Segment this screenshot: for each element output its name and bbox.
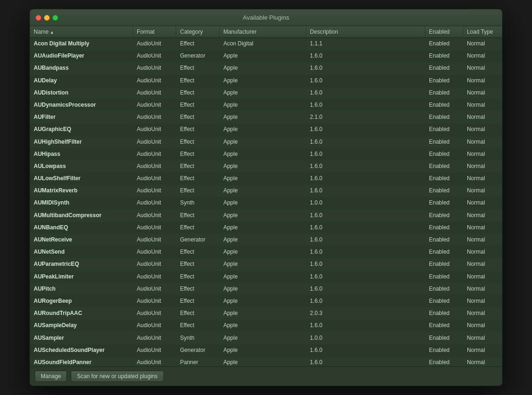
cell-manufacturer: Apple xyxy=(219,283,306,295)
cell-name: AUSoundFieldPanner xyxy=(30,356,133,366)
cell-name: AUSampleDelay xyxy=(30,320,133,332)
main-window: Available Plugins Name Format Category M… xyxy=(30,9,502,386)
scan-button[interactable]: Scan for new or updated plugins xyxy=(71,371,163,382)
table-row[interactable]: AUPitchAudioUnitEffectApple1.6.0EnabledN… xyxy=(30,283,502,295)
cell-description: 1.6.0 xyxy=(306,160,425,172)
cell-description: 2.1.0 xyxy=(306,111,425,124)
cell-category: Effect xyxy=(176,185,219,197)
cell-name: AUDistortion xyxy=(30,87,133,99)
table-row[interactable]: AUAudioFilePlayerAudioUnitGeneratorApple… xyxy=(30,50,502,62)
window-content: Name Format Category Manufacturer Descri… xyxy=(30,26,502,386)
plugin-table: Name Format Category Manufacturer Descri… xyxy=(30,26,502,366)
table-row[interactable]: AULowShelfFilterAudioUnitEffectApple1.6.… xyxy=(30,173,502,185)
table-row[interactable]: AUHipassAudioUnitEffectApple1.6.0Enabled… xyxy=(30,148,502,160)
cell-loadType: Normal xyxy=(463,38,502,50)
col-header-enabled[interactable]: Enabled xyxy=(425,26,463,38)
table-row[interactable]: AUDelayAudioUnitEffectApple1.6.0EnabledN… xyxy=(30,74,502,87)
cell-format: AudioUnit xyxy=(133,234,176,246)
table-row[interactable]: AURogerBeepAudioUnitEffectApple1.6.0Enab… xyxy=(30,295,502,307)
cell-manufacturer: Apple xyxy=(219,295,306,307)
cell-format: AudioUnit xyxy=(133,50,176,62)
table-row[interactable]: Acon Digital MultiplyAudioUnitEffectAcon… xyxy=(30,38,502,50)
cell-format: AudioUnit xyxy=(133,185,176,197)
cell-description: 1.6.0 xyxy=(306,87,425,99)
cell-enabled: Enabled xyxy=(425,173,463,185)
table-header: Name Format Category Manufacturer Descri… xyxy=(30,26,502,38)
table-row[interactable]: AULowpassAudioUnitEffectApple1.6.0Enable… xyxy=(30,160,502,172)
cell-description: 1.6.0 xyxy=(306,320,425,332)
cell-enabled: Enabled xyxy=(425,332,463,344)
minimize-button[interactable] xyxy=(44,15,50,21)
cell-enabled: Enabled xyxy=(425,209,463,221)
cell-description: 1.6.0 xyxy=(306,246,425,258)
table-row[interactable]: AUGraphicEQAudioUnitEffectApple1.6.0Enab… xyxy=(30,124,502,136)
cell-description: 1.0.0 xyxy=(306,332,425,344)
table-row[interactable]: AUHighShelfFilterAudioUnitEffectApple1.6… xyxy=(30,136,502,148)
table-row[interactable]: AUDistortionAudioUnitEffectApple1.6.0Ena… xyxy=(30,87,502,99)
table-row[interactable]: AUMultibandCompressorAudioUnitEffectAppl… xyxy=(30,209,502,221)
cell-loadType: Normal xyxy=(463,111,502,124)
table-row[interactable]: AUScheduledSoundPlayerAudioUnitGenerator… xyxy=(30,344,502,356)
cell-enabled: Enabled xyxy=(425,62,463,74)
table-row[interactable]: AUSoundFieldPannerAudioUnitPannerApple1.… xyxy=(30,356,502,366)
cell-name: AULowShelfFilter xyxy=(30,173,133,185)
maximize-button[interactable] xyxy=(52,15,58,21)
cell-format: AudioUnit xyxy=(133,209,176,221)
footer: Manage Scan for new or updated plugins xyxy=(30,366,502,386)
cell-manufacturer: Apple xyxy=(219,234,306,246)
cell-description: 1.6.0 xyxy=(306,234,425,246)
table-row[interactable]: AUSamplerAudioUnitSynthApple1.0.0Enabled… xyxy=(30,332,502,344)
col-header-loadtype[interactable]: Load Type xyxy=(463,26,502,38)
cell-name: AUSampler xyxy=(30,332,133,344)
cell-manufacturer: Apple xyxy=(219,173,306,185)
close-button[interactable] xyxy=(36,15,41,21)
cell-category: Effect xyxy=(176,136,219,148)
cell-name: Acon Digital Multiply xyxy=(30,38,133,50)
manage-button[interactable]: Manage xyxy=(35,371,67,382)
col-header-description[interactable]: Description xyxy=(306,26,425,38)
table-row[interactable]: AUFilterAudioUnitEffectApple2.1.0Enabled… xyxy=(30,111,502,124)
cell-loadType: Normal xyxy=(463,344,502,356)
table-row[interactable]: AUNetReceiveAudioUnitGeneratorApple1.6.0… xyxy=(30,234,502,246)
cell-enabled: Enabled xyxy=(425,99,463,111)
cell-description: 1.6.0 xyxy=(306,124,425,136)
table-row[interactable]: AUMatrixReverbAudioUnitEffectApple1.6.0E… xyxy=(30,185,502,197)
cell-category: Effect xyxy=(176,62,219,74)
cell-category: Effect xyxy=(176,74,219,87)
table-row[interactable]: AUBandpassAudioUnitEffectApple1.6.0Enabl… xyxy=(30,62,502,74)
cell-category: Effect xyxy=(176,258,219,271)
cell-category: Effect xyxy=(176,271,219,283)
table-row[interactable]: AUNetSendAudioUnitEffectApple1.6.0Enable… xyxy=(30,246,502,258)
table-row[interactable]: AUDynamicsProcessorAudioUnitEffectApple1… xyxy=(30,99,502,111)
table-row[interactable]: AURoundTripAACAudioUnitEffectApple2.0.3E… xyxy=(30,307,502,320)
cell-name: AULowpass xyxy=(30,160,133,172)
table-row[interactable]: AUSampleDelayAudioUnitEffectApple1.6.0En… xyxy=(30,320,502,332)
col-header-name[interactable]: Name xyxy=(30,26,133,38)
table-row[interactable]: AUNBandEQAudioUnitEffectApple1.6.0Enable… xyxy=(30,221,502,234)
col-header-manufacturer[interactable]: Manufacturer xyxy=(219,26,306,38)
table-row[interactable]: AUParametricEQAudioUnitEffectApple1.6.0E… xyxy=(30,258,502,271)
cell-format: AudioUnit xyxy=(133,38,176,50)
table-row[interactable]: AUPeakLimiterAudioUnitEffectApple1.6.0En… xyxy=(30,271,502,283)
cell-format: AudioUnit xyxy=(133,246,176,258)
cell-description: 1.6.0 xyxy=(306,209,425,221)
table-row[interactable]: AUMIDISynthAudioUnitSynthApple1.0.0Enabl… xyxy=(30,197,502,209)
cell-manufacturer: Apple xyxy=(219,124,306,136)
cell-enabled: Enabled xyxy=(425,344,463,356)
cell-manufacturer: Apple xyxy=(219,307,306,320)
cell-description: 1.6.0 xyxy=(306,99,425,111)
cell-format: AudioUnit xyxy=(133,124,176,136)
cell-loadType: Normal xyxy=(463,258,502,271)
cell-format: AudioUnit xyxy=(133,221,176,234)
cell-loadType: Normal xyxy=(463,136,502,148)
cell-category: Panner xyxy=(176,356,219,366)
cell-manufacturer: Apple xyxy=(219,271,306,283)
col-header-format[interactable]: Format xyxy=(133,26,176,38)
plugin-table-container[interactable]: Name Format Category Manufacturer Descri… xyxy=(30,26,502,366)
col-header-category[interactable]: Category xyxy=(176,26,219,38)
cell-manufacturer: Apple xyxy=(219,148,306,160)
cell-loadType: Normal xyxy=(463,148,502,160)
cell-category: Generator xyxy=(176,344,219,356)
cell-category: Effect xyxy=(176,87,219,99)
cell-enabled: Enabled xyxy=(425,221,463,234)
